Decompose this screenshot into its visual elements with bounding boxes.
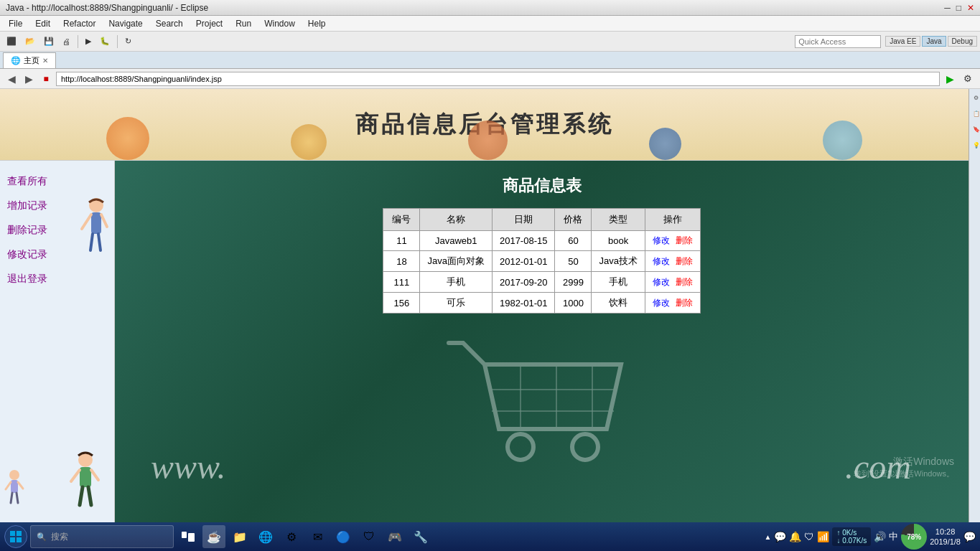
- menu-refactor[interactable]: Refactor: [57, 17, 101, 30]
- toolbar-run[interactable]: ▶: [82, 35, 95, 47]
- sidebar-link-logout[interactable]: 退出登录: [7, 273, 107, 286]
- menu-edit[interactable]: Edit: [29, 17, 56, 30]
- delete-link-2[interactable]: 删除: [676, 277, 693, 287]
- menu-run[interactable]: Run: [230, 17, 257, 30]
- taskbar-search[interactable]: 🔍 搜索: [30, 525, 174, 548]
- menu-project[interactable]: Project: [190, 17, 228, 30]
- toolbar-sep-1: [78, 35, 78, 48]
- menu-navigate[interactable]: Navigate: [103, 17, 148, 30]
- delete-link-3[interactable]: 删除: [676, 298, 693, 308]
- tab-homepage[interactable]: 🌐 主页 ✕: [3, 52, 56, 68]
- cell-type-2: 手机: [592, 272, 645, 293]
- cell-action-0: 修改 删除: [645, 231, 700, 251]
- taskbar-settings-app[interactable]: ⚙: [280, 525, 303, 548]
- edit-link-2[interactable]: 修改: [653, 277, 670, 287]
- cell-price-3: 1000: [555, 293, 592, 314]
- cell-name-0: Javaweb1: [420, 231, 492, 251]
- taskbar-eclipse-app[interactable]: ☕: [202, 525, 225, 548]
- svg-rect-28: [17, 537, 22, 542]
- taskbar-mail-app[interactable]: ✉: [306, 525, 329, 548]
- clock[interactable]: 10:28 2019/1/8: [930, 527, 961, 547]
- table-row: 11 Javaweb1 2017-08-15 60 book 修改 删除: [383, 231, 700, 251]
- taskbar-app-6[interactable]: 🛡: [358, 525, 381, 548]
- menu-window[interactable]: Window: [258, 17, 301, 30]
- delete-link-0[interactable]: 删除: [676, 235, 693, 245]
- browser-url-input[interactable]: [56, 72, 940, 86]
- edge-tool-1[interactable]: ⚙: [970, 92, 980, 104]
- web-area: 商品信息后台管理系统 查看所有 增加记录 删除记录 修改记录 退出登录: [0, 89, 969, 522]
- perspective-debug[interactable]: Debug: [948, 36, 977, 47]
- taskbar-chrome-app[interactable]: 🔵: [332, 525, 355, 548]
- maximize-button[interactable]: □: [956, 3, 961, 13]
- taskbar-app-8[interactable]: 🔧: [409, 525, 432, 548]
- edge-tool-4[interactable]: 💡: [970, 138, 980, 151]
- perspective-java[interactable]: Java: [922, 36, 946, 47]
- character-svg-top: [71, 197, 111, 261]
- tab-homepage-label: 主页: [24, 55, 39, 66]
- delete-link-1[interactable]: 删除: [676, 256, 693, 266]
- network-icon[interactable]: 📶: [817, 531, 829, 542]
- settings-icon: ⚙: [286, 530, 297, 544]
- toolbar-sep-2: [117, 35, 118, 48]
- chrome-icon: 🔵: [336, 530, 350, 544]
- edge-tool-2[interactable]: 📋: [970, 107, 980, 120]
- deco-circle-2: [291, 124, 327, 160]
- tray-icon-1[interactable]: 💬: [774, 531, 786, 542]
- taskbar-app-7[interactable]: 🎮: [383, 525, 406, 548]
- svg-line-2: [82, 215, 91, 229]
- taskbar-edge-app[interactable]: 🌐: [254, 525, 277, 548]
- toolbar-refresh[interactable]: ↻: [121, 35, 135, 47]
- small-figure-svg: [4, 469, 29, 505]
- lang-indicator[interactable]: 中: [889, 530, 898, 543]
- taskbar-explorer-app[interactable]: 📁: [228, 525, 251, 548]
- minimize-button[interactable]: ─: [944, 3, 951, 13]
- edit-link-0[interactable]: 修改: [653, 235, 670, 245]
- toolbar-print[interactable]: 🖨: [59, 36, 74, 47]
- browser-back-button[interactable]: ◀: [4, 72, 19, 86]
- col-header-type: 类型: [592, 209, 645, 231]
- toolbar-new[interactable]: ⬛: [3, 35, 20, 47]
- toolbar-open[interactable]: 📂: [22, 35, 39, 47]
- volume-icon[interactable]: 🔊: [874, 531, 886, 542]
- table-title: 商品信息表: [503, 175, 582, 197]
- svg-rect-7: [80, 467, 91, 487]
- battery-indicator[interactable]: 78%: [901, 524, 927, 550]
- edge-tool-3[interactable]: 🔖: [970, 123, 980, 136]
- tray-up-icon[interactable]: ▲: [765, 533, 772, 541]
- browser-forward-button[interactable]: ▶: [22, 72, 36, 86]
- eclipse-toolbar: ⬛ 📂 💾 🖨 ▶ 🐛 ↻ Java EE Java Debug: [0, 32, 980, 52]
- task-view-icon: [182, 532, 195, 542]
- svg-line-4: [90, 234, 93, 250]
- menu-help[interactable]: Help: [302, 17, 332, 30]
- start-button[interactable]: [4, 525, 27, 548]
- col-header-name: 名称: [420, 209, 492, 231]
- browser-go-button[interactable]: ▶: [943, 72, 957, 86]
- svg-line-9: [91, 470, 98, 480]
- browser-extra-btn[interactable]: ⚙: [960, 72, 976, 85]
- cell-price-0: 60: [555, 231, 592, 251]
- network-speed-display: ↑ 0K/s ↓ 0.07K/s: [832, 527, 871, 546]
- cell-price-1: 50: [555, 251, 592, 272]
- windows-logo: [10, 531, 22, 542]
- menu-file[interactable]: File: [3, 17, 28, 30]
- svg-rect-30: [188, 533, 195, 542]
- eclipse-tabs-bar: 🌐 主页 ✕: [0, 52, 980, 69]
- close-button[interactable]: ✕: [967, 3, 974, 13]
- explorer-icon: 📁: [233, 530, 247, 544]
- menu-search[interactable]: Search: [150, 17, 189, 30]
- edit-link-1[interactable]: 修改: [653, 256, 670, 266]
- quick-access-input[interactable]: [795, 35, 881, 48]
- edit-link-3[interactable]: 修改: [653, 298, 670, 308]
- perspective-java-ee[interactable]: Java EE: [885, 36, 920, 47]
- tray-icon-2[interactable]: 🔔: [789, 531, 801, 542]
- sidebar-link-view-all[interactable]: 查看所有: [7, 175, 107, 188]
- notifications-icon[interactable]: 💬: [963, 531, 976, 542]
- deco-circle-4: [649, 128, 681, 160]
- taskbar-task-view[interactable]: [177, 525, 200, 548]
- toolbar-save[interactable]: 💾: [40, 35, 57, 47]
- tab-close-button[interactable]: ✕: [42, 57, 48, 65]
- tray-icon-3[interactable]: 🛡: [804, 531, 814, 542]
- toolbar-debug[interactable]: 🐛: [96, 35, 113, 47]
- browser-stop-button[interactable]: ■: [39, 72, 53, 86]
- download-speed: ↓ 0.07K/s: [836, 537, 867, 545]
